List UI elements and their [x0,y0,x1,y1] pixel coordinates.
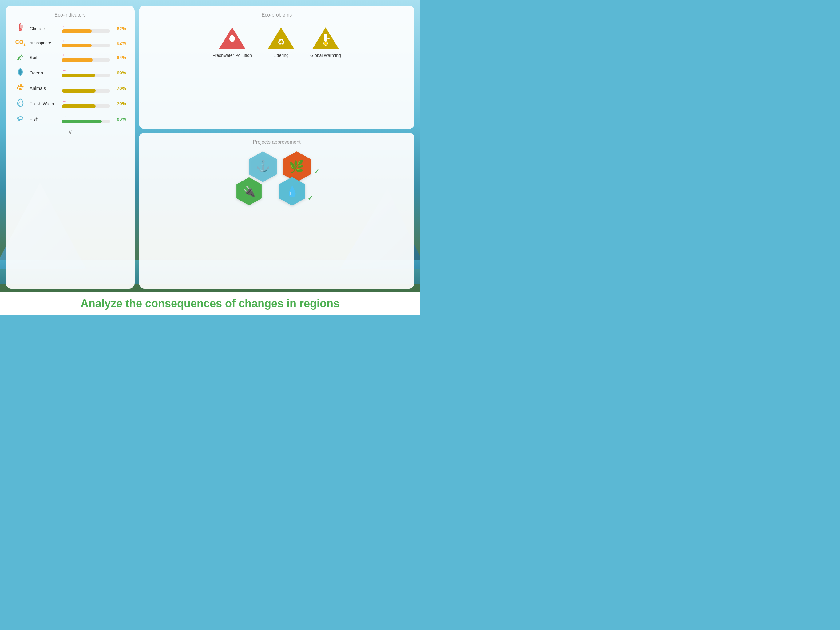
svg-point-15 [19,120,20,121]
eco-problems-items: Freshwater Pollution ♻ Littering [148,23,406,61]
littering-icon: ♻ [267,26,295,51]
climate-label: Climate [30,26,59,31]
eco-problem-freshwater-pollution[interactable]: Freshwater Pollution [212,26,252,58]
freshwater-icon [14,98,27,109]
freshwater-bar-section: ← [62,99,110,108]
ocean-bar-track [62,73,110,77]
svg-point-3 [19,28,22,31]
ocean-pct: 69% [113,70,126,75]
indicator-ocean: Ocean ← 69% [14,67,126,78]
indicator-fish: Fish → 83% [14,113,126,124]
soil-bar-track [62,58,110,62]
fish-trend: → [62,114,110,119]
ocean-bar-section: ← [62,68,110,77]
animals-trend: → [62,83,110,88]
atmosphere-trend: ← [62,38,110,43]
svg-rect-22 [324,33,327,41]
climate-bar-section: ← [62,24,110,33]
svg-text:💧: 💧 [286,185,298,198]
hex-group: ⚓ 🌿 ✓ [227,150,326,205]
animals-bar-track [62,89,110,93]
soil-icon [14,52,27,63]
animals-label: Animals [30,85,59,91]
eco-problems-card: Eco-problems Freshwater Pollutio [139,6,414,129]
eco-indicators-card: Eco-indicators Climate ← [6,6,135,288]
ocean-bar-fill [62,73,95,77]
soil-trend: ← [62,52,110,57]
atmosphere-bar-fill [62,44,92,47]
right-col: Eco-problems Freshwater Pollutio [139,6,414,288]
project-water-check: ✓ [308,194,313,202]
global-warming-icon [312,26,339,51]
indicator-animals: Animals → 70% [14,82,126,93]
svg-point-8 [20,84,22,86]
scroll-down-arrow[interactable]: ∨ [14,128,126,135]
eco-problems-title: Eco-problems [148,12,406,18]
soil-label: Soil [30,55,59,60]
fish-label: Fish [30,116,59,122]
indicator-soil: Soil ← 64% [14,52,126,63]
animals-bar-fill [62,89,96,93]
svg-text:⚓: ⚓ [256,159,270,173]
fish-bar-section: → [62,114,110,123]
project-water-hex[interactable]: 💧 ✓ [277,176,308,207]
animals-icon [14,82,27,93]
atmosphere-label: Atmosphere [30,41,59,45]
soil-bar-fill [62,58,93,62]
project-leaf-hex[interactable]: 🔌 [234,176,264,207]
svg-point-24 [324,42,327,45]
svg-point-11 [19,88,22,90]
freshwater-bar-track [62,104,110,108]
eco-problem-littering[interactable]: ♻ Littering [267,26,295,58]
freshwater-label: Fresh Water [30,101,59,106]
svg-point-16 [17,120,19,122]
svg-point-12 [18,117,23,120]
atmosphere-bar-track [62,44,110,47]
projects-approval-card: Projects approvement ⚓ [139,133,414,288]
fish-bar-track [62,120,110,123]
eco-problem-global-warming[interactable]: Global Warming [310,26,341,58]
fish-pct: 83% [113,116,126,122]
freshwater-pollution-icon [218,26,246,51]
projects-title: Projects approvement [148,139,406,145]
svg-text:♻: ♻ [277,37,285,47]
bottom-text: Analyze the consequences of changes in r… [9,297,411,310]
svg-text:🔌: 🔌 [243,185,256,198]
eco-indicators-title: Eco-indicators [14,12,126,18]
soil-bar-section: ← [62,52,110,62]
atmosphere-bar-section: ← [62,38,110,47]
hexagons-container: ⚓ 🌿 ✓ [148,150,406,205]
top-row: Eco-indicators Climate ← [6,6,414,288]
climate-icon [14,23,27,34]
climate-bar-track [62,29,110,33]
indicator-atmosphere: CO2 Atmosphere ← 62% [14,38,126,47]
svg-point-13 [22,117,23,118]
animals-pct: 70% [113,85,126,91]
bottom-bar: Analyze the consequences of changes in r… [0,292,420,315]
ocean-icon [14,67,27,78]
ocean-label: Ocean [30,70,59,75]
main-container: Eco-indicators Climate ← [0,0,420,315]
svg-rect-1 [20,24,21,28]
svg-text:🌿: 🌿 [289,159,305,174]
soil-pct: 64% [113,55,126,60]
climate-trend: ← [62,24,110,28]
atmosphere-pct: 62% [113,40,126,46]
freshwater-bar-fill [62,104,96,108]
freshwater-pollution-label: Freshwater Pollution [212,53,252,58]
indicator-climate: Climate ← 62% [14,23,126,34]
svg-point-10 [17,87,19,89]
freshwater-pct: 70% [113,101,126,106]
svg-point-14 [18,119,19,120]
co2-icon: CO2 [14,40,27,46]
indicator-freshwater: Fresh Water ← 70% [14,98,126,109]
global-warming-label: Global Warming [310,53,341,58]
climate-pct: 62% [113,26,126,31]
project-hand-check: ✓ [314,168,319,176]
climate-bar-fill [62,29,92,33]
freshwater-trend: ← [62,99,110,104]
co2-text: CO2 [14,40,27,46]
littering-label: Littering [273,53,289,58]
ocean-trend: ← [62,68,110,73]
fish-bar-fill [62,120,102,123]
